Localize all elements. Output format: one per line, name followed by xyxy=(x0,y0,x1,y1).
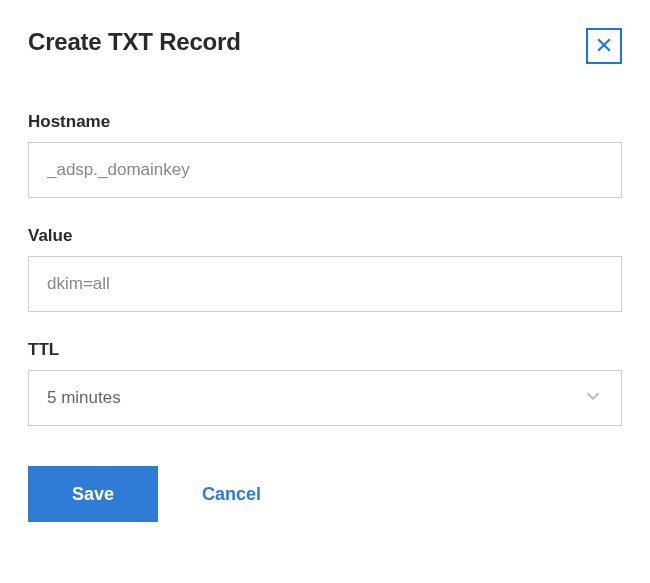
value-field-group: Value xyxy=(28,226,622,312)
save-button[interactable]: Save xyxy=(28,466,158,522)
close-button[interactable] xyxy=(586,28,622,64)
hostname-label: Hostname xyxy=(28,112,622,132)
ttl-select-wrap: 5 minutes xyxy=(28,370,622,426)
ttl-field-group: TTL 5 minutes xyxy=(28,340,622,426)
hostname-field-group: Hostname xyxy=(28,112,622,198)
close-icon xyxy=(594,35,614,58)
ttl-label: TTL xyxy=(28,340,622,360)
ttl-select[interactable]: 5 minutes xyxy=(28,370,622,426)
dialog-title: Create TXT Record xyxy=(28,28,241,56)
dialog-header: Create TXT Record xyxy=(28,28,622,64)
dialog-actions: Save Cancel xyxy=(28,466,622,522)
hostname-input[interactable] xyxy=(28,142,622,198)
value-input[interactable] xyxy=(28,256,622,312)
cancel-button[interactable]: Cancel xyxy=(202,484,261,505)
value-label: Value xyxy=(28,226,622,246)
